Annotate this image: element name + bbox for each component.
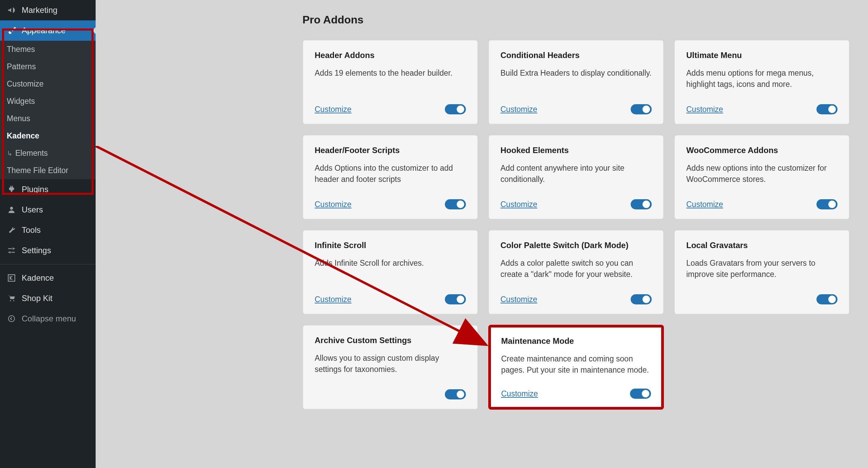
- addon-description: Adds Options into the customizer to add …: [315, 163, 466, 191]
- addon-footer: Customize: [686, 104, 837, 114]
- addon-card: Archive Custom SettingsAllows you to ass…: [302, 325, 478, 410]
- addon-footer: Customize: [500, 104, 652, 114]
- addon-toggle[interactable]: [631, 294, 652, 304]
- addon-description: Loads Gravatars from your servers to imp…: [686, 258, 837, 286]
- customize-link[interactable]: Customize: [500, 200, 537, 209]
- addon-footer: [315, 389, 466, 399]
- sidebar-item-users[interactable]: Users: [0, 200, 96, 220]
- addon-footer: [686, 294, 837, 304]
- addon-card: Maintenance ModeCreate maintenance and c…: [488, 325, 664, 410]
- addon-footer: Customize: [315, 199, 466, 209]
- addon-card: Header AddonsAdds 19 elements to the hea…: [302, 40, 478, 125]
- cart-icon: [6, 293, 17, 304]
- brush-icon: [6, 25, 17, 36]
- sidebar-item-appearance[interactable]: Appearance: [0, 20, 96, 41]
- addon-toggle[interactable]: [631, 199, 652, 209]
- indent-icon: ↳: [7, 150, 13, 157]
- addon-footer: Customize: [501, 389, 651, 399]
- addon-title: WooCommerce Addons: [686, 146, 837, 155]
- addon-description: Adds new options into the customizer for…: [686, 163, 837, 191]
- addon-toggle[interactable]: [445, 294, 466, 304]
- collapse-icon: [6, 313, 17, 324]
- addon-card: Color Palette Switch (Dark Mode)Adds a c…: [488, 230, 664, 315]
- addon-title: Conditional Headers: [500, 51, 652, 60]
- sidebar-label: Plugins: [22, 185, 48, 194]
- sidebar-label: Tools: [22, 225, 41, 235]
- addon-description: Build Extra Headers to display condition…: [500, 68, 652, 96]
- addon-toggle[interactable]: [816, 294, 837, 304]
- submenu-menus[interactable]: Menus: [0, 110, 96, 127]
- submenu-elements[interactable]: ↳Elements: [0, 145, 96, 162]
- customize-link[interactable]: Customize: [315, 295, 352, 304]
- sidebar-item-shopkit[interactable]: Shop Kit: [0, 288, 96, 308]
- addon-toggle[interactable]: [630, 389, 651, 399]
- addon-title: Local Gravatars: [686, 241, 837, 250]
- addon-description: Adds Infinite Scroll for archives.: [315, 258, 466, 286]
- svg-point-0: [10, 207, 13, 210]
- sidebar-label: Appearance: [22, 26, 65, 35]
- addon-card: Local GravatarsLoads Gravatars from your…: [674, 230, 850, 315]
- addon-description: Adds menu options for mega menus, highli…: [686, 68, 837, 96]
- addon-card: Header/Footer ScriptsAdds Options into t…: [302, 135, 478, 220]
- addon-card: WooCommerce AddonsAdds new options into …: [674, 135, 850, 220]
- submenu-theme-file-editor[interactable]: Theme File Editor: [0, 162, 96, 179]
- submenu-kadence[interactable]: Kadence: [0, 127, 96, 145]
- sidebar-label: Collapse menu: [22, 314, 76, 323]
- addon-toggle[interactable]: [631, 104, 652, 114]
- addon-footer: Customize: [315, 294, 466, 304]
- addon-title: Header Addons: [315, 51, 466, 60]
- sidebar-label: Marketing: [22, 5, 57, 15]
- customize-link[interactable]: Customize: [500, 105, 537, 114]
- svg-rect-1: [8, 275, 15, 281]
- addon-title: Ultimate Menu: [686, 51, 837, 60]
- addon-toggle[interactable]: [816, 199, 837, 209]
- addon-card: Infinite ScrollAdds Infinite Scroll for …: [302, 230, 478, 315]
- sidebar-item-kadence-extra[interactable]: Kadence: [0, 268, 96, 288]
- plug-icon: [6, 184, 17, 195]
- customize-link[interactable]: Customize: [501, 389, 538, 398]
- sliders-icon: [6, 245, 17, 256]
- sidebar-divider: [0, 264, 96, 264]
- user-icon: [6, 204, 17, 215]
- submenu-widgets[interactable]: Widgets: [0, 93, 96, 110]
- sidebar-item-plugins[interactable]: Plugins: [0, 179, 96, 200]
- collapse-menu[interactable]: Collapse menu: [0, 308, 96, 329]
- sidebar-label: Kadence: [22, 273, 54, 283]
- addon-toggle[interactable]: [816, 104, 837, 114]
- sidebar-item-settings[interactable]: Settings: [0, 240, 96, 261]
- customize-link[interactable]: Customize: [686, 105, 723, 114]
- addon-description: Add content anywhere into your site cond…: [500, 163, 652, 191]
- svg-point-2: [8, 316, 15, 322]
- sidebar-label: Shop Kit: [22, 294, 53, 303]
- addon-footer: Customize: [686, 199, 837, 209]
- customize-link[interactable]: Customize: [500, 295, 537, 304]
- addon-title: Infinite Scroll: [315, 241, 466, 250]
- customize-link[interactable]: Customize: [315, 200, 352, 209]
- addon-footer: Customize: [315, 104, 466, 114]
- submenu-themes[interactable]: Themes: [0, 41, 96, 58]
- page-title: Pro Addons: [302, 14, 868, 26]
- sidebar-label: Users: [22, 205, 43, 214]
- addon-toggle[interactable]: [445, 199, 466, 209]
- submenu-patterns[interactable]: Patterns: [0, 58, 96, 75]
- wrench-icon: [6, 225, 17, 236]
- addon-toggle[interactable]: [445, 104, 466, 114]
- submenu-customize[interactable]: Customize: [0, 75, 96, 93]
- addon-description: Create maintenance and coming soon pages…: [501, 353, 651, 380]
- sidebar-item-marketing[interactable]: Marketing: [0, 0, 96, 20]
- addon-footer: Customize: [500, 199, 652, 209]
- addon-description: Adds a color palette switch so you can c…: [500, 258, 652, 286]
- customize-link[interactable]: Customize: [686, 200, 723, 209]
- addon-card: Hooked ElementsAdd content anywhere into…: [488, 135, 664, 220]
- kadence-icon: [6, 273, 17, 283]
- megaphone-icon: [6, 5, 17, 16]
- sidebar-label: Settings: [22, 246, 51, 255]
- sidebar-item-tools[interactable]: Tools: [0, 220, 96, 240]
- addon-card: Ultimate MenuAdds menu options for mega …: [674, 40, 850, 125]
- addon-description: Allows you to assign custom display sett…: [315, 353, 466, 381]
- appearance-submenu: Themes Patterns Customize Widgets Menus …: [0, 41, 96, 179]
- customize-link[interactable]: Customize: [315, 105, 352, 114]
- addon-toggle[interactable]: [445, 389, 466, 399]
- addon-footer: Customize: [500, 294, 652, 304]
- addon-title: Archive Custom Settings: [315, 336, 466, 345]
